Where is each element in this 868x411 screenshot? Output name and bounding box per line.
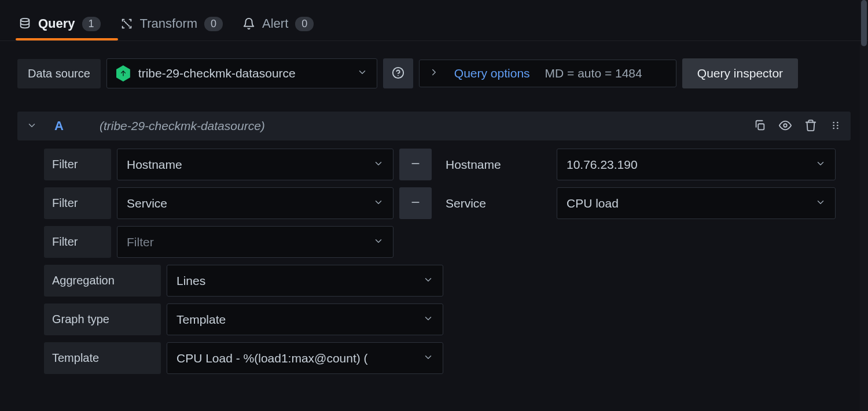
service-select[interactable]: CPU load [557, 187, 836, 219]
filter-type-select-2[interactable]: Service [117, 187, 393, 219]
remove-filter-button-1[interactable] [399, 149, 432, 180]
tab-transform-count: 0 [204, 17, 223, 31]
tab-transform[interactable]: Transform 0 [120, 7, 223, 40]
minus-icon [410, 197, 421, 210]
chevron-down-icon [423, 313, 433, 327]
filter-type-value-2: Service [127, 197, 167, 210]
chevron-down-icon [373, 235, 384, 249]
filter-type-value-1: Hostname [127, 158, 182, 172]
filter-placeholder: Filter [127, 235, 154, 249]
datasource-logo-icon [116, 65, 130, 82]
delete-button[interactable] [804, 119, 817, 134]
template-value: CPU Load - %(load1:max@count) ( [176, 351, 368, 365]
hostname-value: 10.76.23.190 [567, 158, 638, 172]
filter-label-3: Filter [44, 226, 111, 258]
filter-label-2: Filter [44, 187, 111, 219]
tab-alert-label: Alert [262, 16, 288, 31]
svg-point-8 [837, 124, 838, 126]
hostname-label: Hostname [437, 149, 551, 180]
tab-alert-count: 0 [295, 17, 314, 31]
aggregation-select[interactable]: Lines [167, 265, 443, 297]
graphtype-label: Graph type [44, 303, 161, 335]
chevron-down-icon [815, 197, 826, 210]
graphtype-value: Template [176, 313, 226, 327]
database-icon [19, 17, 31, 30]
service-value: CPU load [567, 197, 619, 210]
svg-point-5 [833, 121, 834, 123]
query-options-meta: MD = auto = 1484 [545, 66, 642, 80]
graphtype-select[interactable]: Template [167, 303, 443, 335]
tab-query-label: Query [38, 16, 75, 31]
chevron-down-icon [357, 66, 367, 80]
collapse-toggle[interactable] [27, 120, 37, 132]
toggle-visibility-button[interactable] [779, 119, 792, 134]
tab-query[interactable]: Query 1 [19, 7, 101, 40]
svg-point-10 [837, 127, 838, 129]
svg-point-7 [833, 124, 834, 126]
scrollbar[interactable] [860, 0, 868, 411]
help-icon [392, 66, 404, 81]
datasource-label: Data source [17, 59, 101, 88]
minus-icon [410, 158, 421, 171]
query-options[interactable]: Query options MD = auto = 1484 [419, 60, 676, 87]
scrollbar-thumb[interactable] [861, 0, 867, 46]
chevron-down-icon [815, 158, 826, 172]
chevron-right-icon [429, 67, 439, 80]
filter-type-select-3[interactable]: Filter [117, 226, 393, 258]
duplicate-button[interactable] [753, 119, 766, 134]
aggregation-value: Lines [176, 274, 205, 288]
tab-alert[interactable]: Alert 0 [242, 7, 314, 40]
template-label: Template [44, 342, 161, 374]
query-options-label: Query options [454, 66, 530, 80]
chevron-down-icon [373, 197, 384, 210]
svg-point-4 [784, 124, 787, 127]
datasource-value: tribe-29-checkmk-datasource [138, 66, 296, 80]
drag-handle[interactable] [830, 120, 841, 133]
query-header: A (tribe-29-checkmk-datasource) [17, 112, 851, 140]
svg-rect-3 [758, 124, 764, 129]
aggregation-label: Aggregation [44, 265, 161, 297]
query-inspector-button[interactable]: Query inspector [682, 58, 798, 88]
datasource-select[interactable]: tribe-29-checkmk-datasource [106, 58, 377, 88]
chevron-down-icon [423, 274, 433, 288]
tab-query-count: 1 [82, 17, 101, 31]
remove-filter-button-2[interactable] [399, 187, 432, 219]
query-datasource-name: (tribe-29-checkmk-datasource) [100, 119, 265, 133]
chevron-down-icon [423, 351, 433, 365]
help-button[interactable] [383, 58, 413, 88]
filter-type-select-1[interactable]: Hostname [117, 149, 393, 180]
query-letter[interactable]: A [54, 119, 64, 134]
svg-point-9 [833, 127, 834, 129]
tab-transform-label: Transform [140, 16, 197, 31]
service-label: Service [437, 187, 551, 219]
transform-icon [120, 17, 133, 30]
filter-label-1: Filter [44, 149, 111, 180]
hostname-select[interactable]: 10.76.23.190 [557, 149, 836, 180]
chevron-down-icon [373, 158, 384, 172]
bell-icon [242, 17, 255, 30]
svg-point-6 [837, 121, 838, 123]
svg-point-0 [21, 18, 30, 21]
template-select[interactable]: CPU Load - %(load1:max@count) ( [167, 342, 443, 374]
